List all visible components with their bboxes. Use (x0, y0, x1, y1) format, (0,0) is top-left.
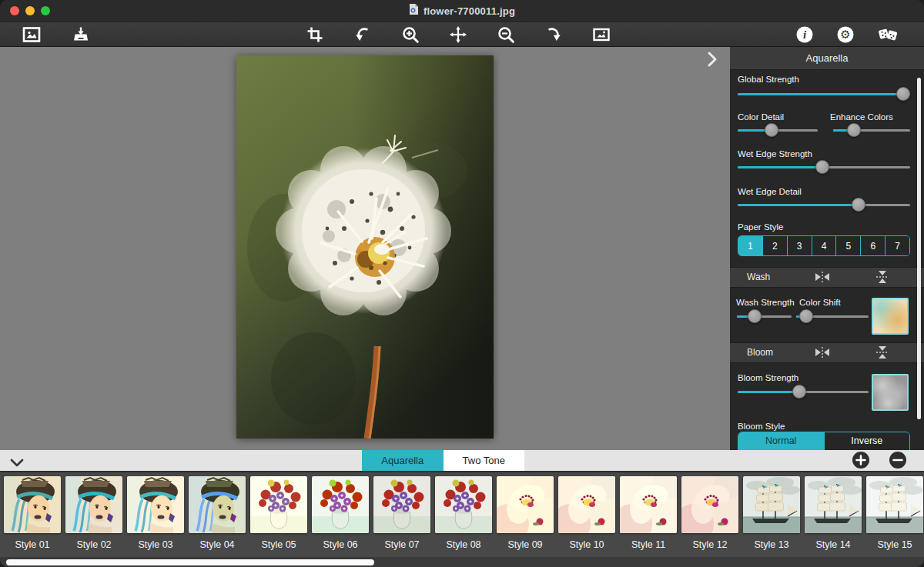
wet-edge-strength-slider[interactable] (738, 160, 910, 174)
paper-style-label: Paper Style (738, 222, 783, 232)
style-item: Style 08 (435, 476, 492, 557)
panel-title: Aquarella (730, 47, 924, 70)
style-label: Style 02 (65, 539, 122, 550)
style-thumbnail-11[interactable] (620, 476, 677, 533)
randomize-dice-icon[interactable] (878, 25, 898, 45)
style-thumbnail-13[interactable] (743, 476, 800, 533)
flip-vertical-icon[interactable] (875, 270, 889, 287)
style-thumbnail-4[interactable] (189, 476, 246, 533)
panel-collapse-chevron-icon[interactable] (707, 51, 722, 69)
strip-collapse-chevron-icon[interactable] (10, 456, 24, 470)
wash-strength-slider[interactable] (737, 309, 792, 323)
enhance-colors-slider[interactable] (833, 123, 910, 137)
slider-thumb[interactable] (765, 123, 778, 137)
color-detail-slider[interactable] (738, 123, 818, 137)
open-image-icon[interactable] (22, 25, 42, 45)
style-thumbnail-12[interactable] (681, 476, 738, 533)
wash-texture-thumbnail[interactable] (872, 298, 909, 335)
slider-track (737, 315, 792, 319)
window-title: flower-7700011.jpg (424, 5, 515, 17)
thumbnails-smaller-icon[interactable] (889, 452, 906, 472)
style-label: Style 10 (558, 539, 615, 550)
style-item: Style 11 (620, 476, 677, 557)
redo-icon[interactable] (544, 25, 564, 45)
wet-edge-detail-slider[interactable] (738, 198, 910, 212)
bloom-strength-slider[interactable] (738, 385, 869, 399)
slider-thumb[interactable] (799, 309, 813, 323)
style-thumbnail-6[interactable] (312, 476, 369, 533)
pan-icon[interactable] (448, 25, 468, 45)
wash-title: Wash (747, 272, 770, 282)
style-thumbnail-2[interactable] (65, 476, 122, 533)
paper-style-option-4[interactable]: 4 (812, 236, 837, 255)
crop-icon[interactable] (305, 25, 325, 45)
flip-horizontal-icon[interactable] (815, 271, 830, 286)
slider-thumb[interactable] (792, 385, 806, 399)
style-thumbnail-14[interactable] (805, 476, 862, 533)
enhance-colors-label: Enhance Colors (830, 112, 893, 122)
style-thumbnail-5[interactable] (250, 476, 307, 533)
paper-style-option-7[interactable]: 7 (886, 236, 909, 255)
bloom-strength-label: Bloom Strength (738, 373, 798, 382)
style-thumbnail-8[interactable] (435, 476, 492, 533)
bloom-texture-thumbnail[interactable] (872, 374, 909, 411)
info-icon[interactable]: i (795, 25, 815, 45)
edited-image[interactable] (236, 55, 494, 439)
style-item: Style 10 (558, 476, 615, 557)
style-item: Style 05 (250, 476, 307, 557)
style-item: Style 06 (312, 476, 369, 557)
style-item: Style 15 (866, 476, 923, 557)
paper-style-option-3[interactable]: 3 (788, 236, 812, 255)
strip-scrollbar-thumb[interactable] (6, 559, 374, 565)
style-item: Style 04 (189, 476, 246, 557)
style-thumbnail-3[interactable] (127, 476, 184, 533)
paper-style-option-5[interactable]: 5 (836, 236, 861, 255)
paper-style-option-2[interactable]: 2 (763, 236, 788, 255)
tab-two-tone[interactable]: Two Tone (444, 450, 525, 471)
svg-text:⚙: ⚙ (840, 28, 850, 41)
wash-strength-label: Wash Strength (736, 298, 795, 307)
zoom-in-icon[interactable] (400, 25, 420, 45)
zoom-out-icon[interactable] (496, 25, 516, 45)
bloom-section-header: Bloom (730, 342, 924, 363)
style-item: Style 12 (681, 476, 738, 557)
preview-original-icon[interactable] (591, 25, 611, 45)
export-image-icon[interactable] (71, 25, 91, 45)
thumbnails-larger-icon[interactable] (852, 452, 869, 472)
slider-thumb[interactable] (815, 160, 829, 174)
tab-aquarella[interactable]: Aquarella (362, 450, 444, 471)
style-thumbnail-7[interactable] (373, 476, 430, 533)
settings-gear-icon[interactable]: ⚙ (835, 25, 855, 45)
bloom-style-option-normal[interactable]: Normal (738, 432, 825, 450)
bloom-style-option-inverse[interactable]: Inverse (825, 432, 910, 450)
slider-thumb[interactable] (852, 198, 865, 212)
paper-style-option-1[interactable]: 1 (738, 236, 763, 255)
titlebar: flower-7700011.jpg (0, 0, 924, 22)
slider-thumb[interactable] (896, 87, 910, 101)
effect-panel: Aquarella Global Strength Color Detail E… (730, 47, 924, 450)
paper-style-selector: 1234567 (738, 235, 910, 256)
style-thumbnail-10[interactable] (558, 476, 615, 533)
style-item: Style 03 (127, 476, 184, 557)
style-thumbnail-9[interactable] (497, 476, 554, 533)
slider-track (738, 204, 910, 207)
wet-edge-strength-label: Wet Edge Strength (738, 149, 812, 158)
undo-icon[interactable] (353, 25, 373, 45)
slider-thumb[interactable] (748, 309, 762, 323)
slider-thumb[interactable] (847, 123, 861, 137)
style-label: Style 12 (681, 539, 738, 550)
paper-style-option-6[interactable]: 6 (861, 236, 886, 255)
color-shift-slider[interactable] (796, 309, 869, 323)
canvas-area (0, 47, 730, 450)
style-label: Style 05 (250, 539, 307, 550)
flip-horizontal-icon[interactable] (815, 346, 830, 362)
slider-track (833, 129, 910, 132)
flip-vertical-icon[interactable] (875, 345, 889, 362)
global-strength-slider[interactable] (738, 87, 910, 101)
style-thumbnail-1[interactable] (4, 476, 61, 533)
panel-scrollbar[interactable] (917, 78, 921, 419)
global-strength-label: Global Strength (738, 75, 799, 84)
strip-scrollbar-track[interactable] (0, 557, 924, 567)
style-thumbnail-15[interactable] (866, 476, 923, 533)
style-label: Style 08 (435, 539, 492, 550)
